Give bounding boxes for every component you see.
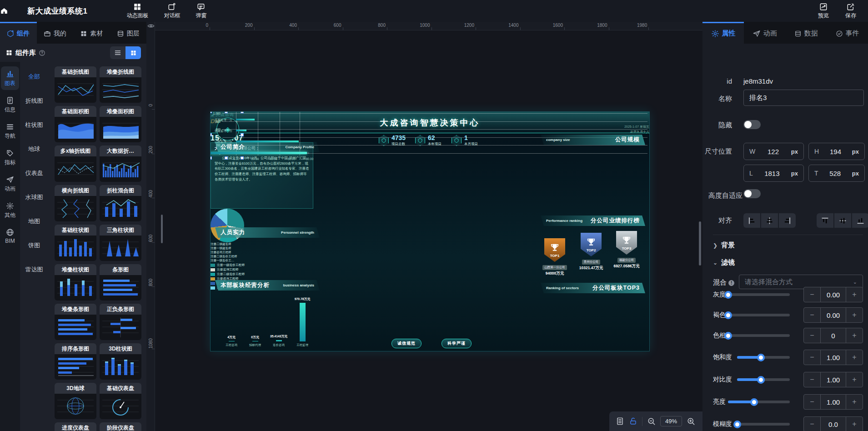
selection-handle[interactable] — [225, 156, 228, 160]
rail-category-BIM[interactable]: BIM — [1, 226, 19, 247]
home-icon[interactable] — [0, 7, 21, 15]
component-card-3D地球[interactable]: 3D地球 — [55, 383, 96, 419]
component-card-堆叠条形图[interactable]: 堆叠条形图 — [55, 304, 96, 340]
tab-图层[interactable]: 图层 — [110, 22, 147, 44]
align-center-icon[interactable] — [761, 213, 778, 228]
component-card-基础面积图[interactable]: 基础面积图 — [55, 106, 96, 142]
component-card-基础折线图[interactable]: 基础折线图 — [55, 66, 96, 103]
plus-button[interactable]: + — [846, 417, 863, 431]
subcategory-饼图[interactable]: 饼图 — [20, 233, 48, 257]
height-input[interactable]: H194px — [808, 143, 865, 160]
topbar-tool-对话框[interactable]: 对话框 — [164, 3, 180, 20]
plus-button[interactable]: + — [846, 350, 863, 365]
component-card-阶段仪表盘[interactable]: 阶段仪表盘 — [100, 422, 141, 431]
topbar-tool-动态面板[interactable]: 动态面板 — [126, 3, 148, 20]
left-scrollbar[interactable] — [161, 215, 163, 243]
slider-track[interactable] — [728, 314, 790, 316]
subcategory-地图[interactable]: 地图 — [20, 209, 48, 233]
component-card-正负条形图[interactable]: 正负条形图 — [100, 304, 141, 340]
button-rigor[interactable]: 科学严谨 — [442, 339, 472, 348]
slider-knob[interactable] — [733, 421, 741, 428]
rail-category-导航[interactable]: 导航 — [1, 120, 19, 143]
slider-knob[interactable] — [724, 291, 732, 299]
dashboard-design[interactable]: 大成咨询智慧决策中心 ◢ 大成咨询DNC 大成咨询2025-1-07 星期五农历… — [210, 111, 650, 351]
minus-button[interactable]: − — [804, 372, 821, 387]
top-input[interactable]: T528px — [808, 165, 865, 182]
component-card-三角柱状图[interactable]: 三角柱状图 — [100, 225, 141, 261]
selection-handle[interactable] — [241, 133, 244, 136]
component-card-折柱混合图[interactable]: 折柱混合图 — [100, 185, 141, 221]
minus-button[interactable]: − — [804, 395, 821, 409]
grid-view-button[interactable] — [125, 46, 141, 59]
width-input[interactable]: W122px — [743, 143, 804, 160]
zoom-out-icon[interactable] — [647, 417, 656, 426]
name-input[interactable]: 排名3 — [743, 90, 864, 106]
component-card-堆叠柱状图[interactable]: 堆叠柱状图 — [55, 264, 96, 301]
selection-handle[interactable] — [241, 111, 244, 113]
align-right-icon[interactable] — [779, 213, 796, 228]
button-integrity[interactable]: 诚信规范 — [391, 339, 421, 348]
align-top-icon[interactable] — [817, 213, 833, 228]
component-card-多x轴折线图[interactable]: 多x轴折线图 — [55, 145, 96, 182]
rail-category-动画[interactable]: 动画 — [1, 173, 19, 195]
tab-事件[interactable]: 事件 — [827, 22, 868, 44]
component-card-基础仪表盘[interactable]: 基础仪表盘 — [100, 383, 141, 419]
slider-knob[interactable] — [724, 311, 732, 319]
component-card-3D柱状图[interactable]: 3D柱状图 — [100, 343, 141, 380]
selection-handle[interactable] — [210, 133, 212, 136]
rail-category-图表[interactable]: 图表 — [1, 66, 19, 90]
align-middle-icon[interactable] — [834, 213, 851, 228]
plus-button[interactable]: + — [846, 395, 863, 409]
minus-button[interactable]: − — [804, 417, 821, 431]
plus-button[interactable]: + — [846, 287, 863, 302]
slider-track[interactable] — [728, 334, 790, 337]
tab-组件[interactable]: 组件 — [0, 22, 37, 44]
subcategory-水球图[interactable]: 水球图 — [20, 185, 48, 209]
slider-knob[interactable] — [724, 332, 732, 340]
list-view-button[interactable] — [110, 46, 125, 59]
subcategory-全部[interactable]: 全部 — [20, 65, 48, 89]
topbar-action-预览[interactable]: 预览 — [818, 3, 829, 20]
slider-knob[interactable] — [757, 376, 765, 384]
unlock-icon[interactable] — [629, 417, 637, 426]
topbar-action-保存[interactable]: 保存 — [845, 3, 856, 20]
selection-handle[interactable] — [241, 156, 244, 160]
subcategory-雷达图[interactable]: 雷达图 — [20, 257, 48, 281]
subcategory-地球[interactable]: 地球 — [20, 137, 48, 161]
slider-track[interactable] — [737, 423, 790, 426]
filter-section[interactable]: ⌄ 滤镜 — [713, 258, 735, 267]
tab-动画[interactable]: 动画 — [744, 22, 785, 44]
tab-我的[interactable]: 我的 — [37, 22, 74, 44]
plus-button[interactable]: + — [846, 328, 863, 343]
align-left-icon[interactable] — [743, 213, 760, 228]
zoom-in-icon[interactable] — [687, 417, 695, 426]
minus-button[interactable]: − — [804, 287, 821, 302]
topbar-tool-弹窗[interactable]: 弹窗 — [196, 3, 206, 20]
align-bottom-icon[interactable] — [852, 213, 868, 228]
subcategory-柱状图[interactable]: 柱状图 — [20, 113, 48, 137]
hide-toggle[interactable] — [743, 120, 761, 129]
component-card-堆叠折线图[interactable]: 堆叠折线图 — [100, 66, 141, 103]
component-card-堆叠面积图[interactable]: 堆叠面积图 — [100, 106, 141, 142]
minus-button[interactable]: − — [804, 350, 821, 365]
ranking-top-card-TOP2[interactable]: TOP2贵州分公司10321.47万元 — [577, 233, 605, 271]
rail-category-信息[interactable]: 信息 — [1, 94, 19, 116]
slider-track[interactable] — [728, 293, 790, 296]
plus-button[interactable]: + — [846, 308, 863, 322]
eye-icon[interactable] — [147, 22, 155, 30]
minus-button[interactable]: − — [804, 328, 821, 343]
right-scrollbar[interactable] — [699, 221, 701, 266]
tab-属性[interactable]: 属性 — [702, 22, 744, 44]
rail-category-指标[interactable]: 指标 — [1, 146, 19, 169]
plus-button[interactable]: + — [846, 372, 863, 387]
selection-handle[interactable] — [210, 156, 212, 160]
selection-handle[interactable] — [210, 111, 212, 113]
component-card-排序条形图[interactable]: 排序条形图 — [55, 343, 96, 380]
autoheight-toggle[interactable] — [743, 189, 761, 198]
page-list-icon[interactable] — [616, 417, 624, 426]
component-card-进度仪表盘[interactable]: 进度仪表盘 — [55, 422, 96, 431]
ranking-top-card-TOP3[interactable]: TOP3福建分公司6927.0586万元 — [612, 231, 641, 269]
help-icon[interactable] — [39, 50, 45, 56]
zoom-level[interactable]: 49% — [660, 416, 682, 426]
selection-handle[interactable] — [225, 111, 228, 113]
